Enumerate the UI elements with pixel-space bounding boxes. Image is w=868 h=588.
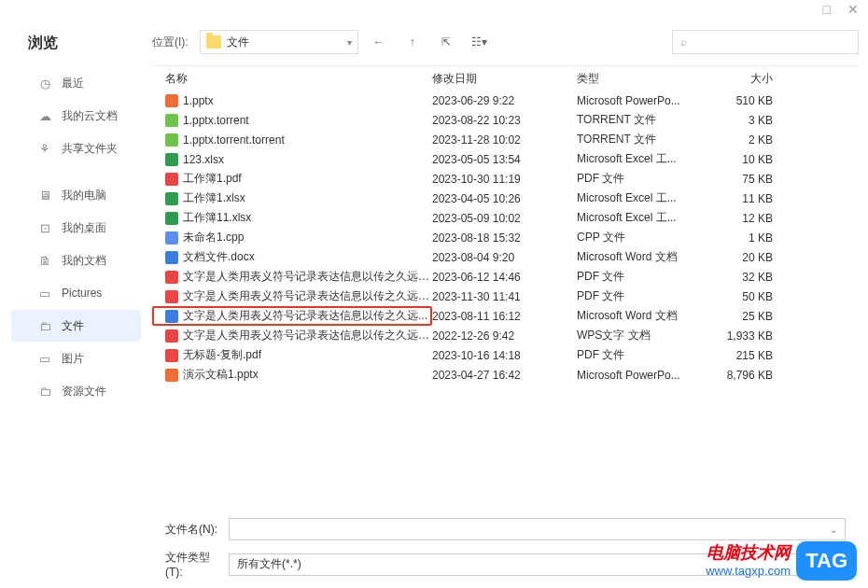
- file-type-icon: [165, 192, 178, 205]
- nav-desktop-icon: ⊡: [37, 221, 52, 235]
- sidebar-item-label: 资源文件: [62, 384, 106, 399]
- file-row[interactable]: 工作簿1.pdf2023-10-30 11:19PDF 文件75 KB: [152, 169, 859, 189]
- file-row[interactable]: 文字是人类用表义符号记录表达信息以传之久远的...2023-06-12 14:4…: [152, 267, 859, 287]
- nav-resources[interactable]: 🗀资源文件: [11, 375, 141, 407]
- file-type-icon: [165, 271, 178, 284]
- file-row[interactable]: 无标题-复制.pdf2023-10-16 14:18PDF 文件215 KB: [152, 345, 859, 365]
- nav-files[interactable]: 🗀文件: [11, 310, 141, 342]
- sidebar-group-1: ◷最近☁我的云文档⚘共享文件夹: [0, 67, 152, 164]
- up-button[interactable]: ↑: [399, 30, 426, 54]
- file-row[interactable]: 123.xlsx2023-05-05 13:54Microsoft Excel …: [152, 149, 859, 169]
- nav-pictures-icon: ▭: [37, 287, 52, 301]
- file-type: Microsoft Excel 工...: [577, 210, 707, 226]
- filename-input[interactable]: ⌄: [229, 518, 846, 540]
- file-type: PDF 文件: [577, 288, 707, 304]
- nav-images[interactable]: ▭图片: [11, 343, 141, 374]
- file-size: 32 KB: [707, 271, 782, 284]
- filetype-label: 文件类型(T):: [152, 550, 219, 579]
- sidebar-item-label: 我的电脑: [62, 188, 106, 203]
- watermark-line1: 电脑技术网: [706, 543, 791, 564]
- file-name: 1.pptx: [183, 94, 214, 107]
- file-type: Microsoft Excel 工...: [577, 190, 707, 206]
- nav-pictures[interactable]: ▭Pictures: [11, 277, 141, 309]
- nav-images-icon: ▭: [37, 352, 52, 366]
- file-row[interactable]: 1.pptx2023-06-29 9:22Microsoft PowerPo..…: [152, 91, 859, 110]
- col-header-type[interactable]: 类型: [577, 71, 707, 87]
- file-name: 文字是人类用表义符号记录表达信息以传之久远的...: [183, 328, 432, 343]
- sidebar-group-2: 🖥我的电脑⊡我的桌面🗎我的文档▭Pictures🗀文件▭图片🗀资源文件: [0, 179, 152, 407]
- close-button[interactable]: ✕: [847, 2, 859, 17]
- file-date: 2023-06-29 9:22: [432, 94, 577, 107]
- file-size: 8,796 KB: [707, 369, 782, 382]
- file-date: 2023-05-09 10:02: [432, 212, 577, 225]
- file-date: 2023-10-30 11:19: [432, 173, 577, 186]
- file-name: 未命名1.cpp: [183, 230, 244, 245]
- file-date: 2022-12-26 9:42: [432, 329, 577, 343]
- file-row[interactable]: 文字是人类用表义符号记录表达信息以传之久远的...2023-11-30 11:4…: [152, 287, 859, 306]
- file-type-icon: [165, 251, 178, 264]
- file-size: 2 KB: [707, 133, 782, 147]
- file-size: 75 KB: [707, 173, 782, 186]
- file-row[interactable]: 未命名1.cpp2023-08-18 15:32CPP 文件1 KB: [152, 228, 859, 247]
- nav-recent[interactable]: ◷最近: [11, 67, 141, 99]
- nav-shared[interactable]: ⚘共享文件夹: [11, 133, 141, 164]
- path-dropdown[interactable]: 文件 ▾: [200, 30, 358, 54]
- sidebar-item-label: 最近: [62, 76, 84, 91]
- titlebar: □ ✕: [0, 0, 868, 19]
- nav-cloud[interactable]: ☁我的云文档: [11, 100, 141, 132]
- nav-files-icon: 🗀: [37, 319, 52, 333]
- file-date: 2023-11-30 11:41: [432, 290, 577, 303]
- file-row[interactable]: 文字是人类用表义符号记录表达信息以传之久远...2023-08-11 16:12…: [152, 306, 859, 326]
- file-name: 工作簿11.xlsx: [183, 210, 251, 226]
- file-type: TORRENT 文件: [577, 112, 707, 128]
- filename-label: 文件名(N):: [152, 522, 219, 538]
- back-button[interactable]: ←: [366, 30, 392, 54]
- nav-computer[interactable]: 🖥我的电脑: [11, 179, 141, 211]
- folder-icon: [206, 35, 221, 49]
- current-folder-name: 文件: [227, 35, 249, 50]
- view-mode-button[interactable]: ☷▾: [467, 30, 493, 54]
- file-type: Microsoft Word 文档: [577, 308, 707, 324]
- file-type-icon: [165, 329, 178, 343]
- file-row[interactable]: 文档文件.docx2023-08-04 9:20Microsoft Word 文…: [152, 247, 859, 267]
- file-row[interactable]: 工作簿11.xlsx2023-05-09 10:02Microsoft Exce…: [152, 208, 859, 228]
- watermark-line2: www.tagxp.com: [706, 564, 791, 579]
- file-date: 2023-04-05 10:26: [432, 192, 577, 205]
- file-size: 50 KB: [707, 290, 782, 303]
- col-header-date[interactable]: 修改日期: [432, 71, 577, 87]
- new-window-button[interactable]: ⇱: [433, 30, 459, 54]
- file-date: 2023-06-12 14:46: [432, 271, 577, 284]
- nav-documents[interactable]: 🗎我的文档: [11, 245, 141, 276]
- nav-resources-icon: 🗀: [37, 385, 52, 399]
- file-date: 2023-08-04 9:20: [432, 251, 577, 264]
- search-input[interactable]: ⌕: [672, 30, 859, 54]
- file-date: 2023-08-22 10:23: [432, 114, 577, 127]
- file-list-area: 名称 修改日期 类型 大小 1.pptx2023-06-29 9:22Micro…: [152, 65, 859, 509]
- col-header-size[interactable]: 大小: [707, 71, 782, 87]
- file-row[interactable]: 工作簿1.xlsx2023-04-05 10:26Microsoft Excel…: [152, 189, 859, 208]
- file-row[interactable]: 演示文稿1.pptx2023-04-27 16:42Microsoft Powe…: [152, 365, 859, 385]
- sidebar: 浏览 ◷最近☁我的云文档⚘共享文件夹 🖥我的电脑⊡我的桌面🗎我的文档▭Pictu…: [0, 19, 152, 588]
- file-size: 10 KB: [707, 153, 782, 166]
- file-row[interactable]: 1.pptx.torrent.torrent2023-11-28 10:02TO…: [152, 130, 859, 149]
- maximize-button[interactable]: □: [823, 2, 831, 17]
- file-size: 510 KB: [707, 94, 782, 107]
- nav-desktop[interactable]: ⊡我的桌面: [11, 212, 141, 244]
- toolbar: 位置(I): 文件 ▾ ← ↑ ⇱ ☷▾ ⌕: [152, 19, 859, 65]
- file-type-icon: [165, 114, 178, 127]
- file-type-icon: [165, 349, 178, 362]
- file-type: PDF 文件: [577, 269, 707, 285]
- file-name: 工作簿1.pdf: [183, 171, 242, 187]
- file-row[interactable]: 1.pptx.torrent2023-08-22 10:23TORRENT 文件…: [152, 110, 859, 130]
- file-row[interactable]: 文字是人类用表义符号记录表达信息以传之久远的...2022-12-26 9:42…: [152, 326, 859, 345]
- file-type: PDF 文件: [577, 171, 707, 187]
- file-type-icon: [165, 212, 178, 225]
- file-type: WPS文字 文档: [577, 328, 707, 343]
- file-type-icon: [165, 310, 178, 323]
- file-name: 无标题-复制.pdf: [183, 347, 261, 363]
- file-type: CPP 文件: [577, 230, 707, 245]
- col-header-name[interactable]: 名称: [152, 71, 432, 87]
- file-type-icon: [165, 290, 178, 303]
- chevron-down-icon: ▾: [347, 37, 352, 48]
- watermark-tag: TAG: [796, 541, 857, 581]
